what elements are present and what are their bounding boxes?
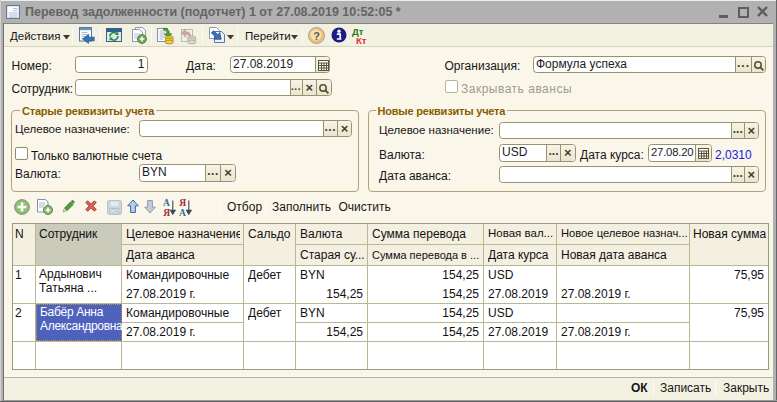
svg-text:А: А [179, 208, 186, 218]
svg-text:Я: Я [179, 198, 186, 208]
svg-text:?: ? [313, 30, 320, 42]
svg-text:Я: Я [163, 208, 170, 218]
svg-text:А: А [163, 198, 170, 208]
svg-text:ОК: ОК [111, 208, 119, 214]
